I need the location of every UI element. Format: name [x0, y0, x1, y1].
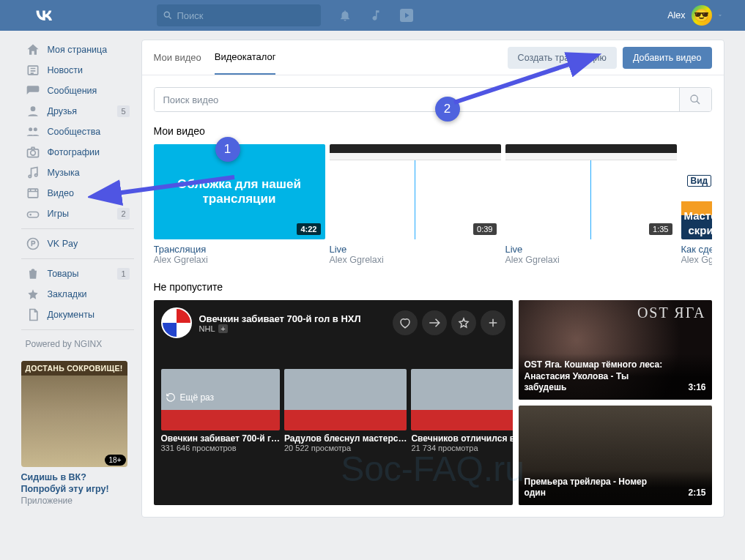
video-title: Live: [505, 244, 677, 255]
svg-point-0: [164, 12, 169, 17]
featured-title: Овечкин забивает 700-й гол в НХЛ: [199, 313, 361, 324]
badge: 2: [117, 208, 129, 220]
groups-icon: [26, 124, 40, 139]
create-stream-button[interactable]: Создать трансляцию: [508, 47, 617, 69]
video-author: Alex Ggrelaxi: [330, 255, 501, 265]
featured-video[interactable]: Овечкин забивает 700-й гол в НХЛ NHL +: [154, 300, 513, 505]
user-name: Alex: [667, 10, 685, 20]
replay-button[interactable]: Ещё раз: [166, 392, 215, 403]
like-button[interactable]: [393, 310, 418, 335]
svg-point-4: [33, 127, 37, 131]
sidebar-footer: Powered by NGINX: [21, 335, 134, 354]
ad-subtitle: Приложение: [21, 496, 127, 506]
news-icon: [26, 63, 40, 78]
nav-market[interactable]: Товары1: [21, 264, 134, 284]
side-title: OST Яга. Кошмар тёмного леса: Анастасия …: [525, 359, 671, 394]
search-icon: [163, 10, 173, 20]
video-thumb: Soc Вид Масте скри: [681, 144, 712, 239]
nav-news[interactable]: Новости: [21, 60, 134, 81]
duration-badge: 1:35: [649, 223, 672, 235]
dont-miss-title: Не пропустите: [154, 281, 712, 293]
featured-sub-card[interactable]: Радулов блеснул мастерс… 20 522 просмотр…: [284, 369, 407, 452]
add-button[interactable]: [481, 310, 505, 335]
share-button[interactable]: [422, 310, 447, 335]
video-thumb: 1:35: [505, 144, 677, 239]
side-logo: OST ЯГА: [637, 305, 706, 321]
nav-communities[interactable]: Сообщества: [21, 122, 134, 142]
vk-logo[interactable]: [34, 5, 54, 26]
video-card[interactable]: Soc Вид Масте скри Как сдела Alex Ggr: [681, 144, 712, 265]
ad-age: 18+: [105, 455, 126, 466]
nav-video[interactable]: Видео: [21, 183, 134, 204]
notifications-icon[interactable]: [338, 9, 352, 22]
global-search[interactable]: [157, 4, 321, 26]
nav-friends[interactable]: Друзья5: [21, 101, 134, 122]
pay-icon: [26, 236, 40, 251]
featured-source: NHL: [199, 324, 215, 333]
video-card[interactable]: 0:39 Live Alex Ggrelaxi: [330, 144, 501, 265]
video-search: [154, 87, 712, 112]
nav-photos[interactable]: Фотографии: [21, 142, 134, 163]
video-title: Live: [330, 244, 501, 255]
favorite-button[interactable]: [451, 310, 476, 335]
video-icon: [26, 186, 40, 201]
sidebar-ad[interactable]: ДОСТАНЬ СОКРОВИЩЕ! 18+ Сидишь в ВК? Попр…: [21, 361, 127, 506]
nav-my-page[interactable]: Моя страница: [21, 40, 134, 60]
side-video-card[interactable]: Премьера трейлера - Номер один 2:15: [519, 406, 712, 505]
music-player-icon[interactable]: [369, 9, 382, 22]
featured-sub-card[interactable]: Ещё раз Овечкин забивает 700-й г… 331 64…: [161, 369, 280, 452]
ad-banner: ДОСТАНЬ СОКРОВИЩЕ!: [21, 361, 127, 376]
svg-rect-9: [28, 189, 37, 198]
avatar: [692, 5, 712, 26]
play-icon[interactable]: [400, 9, 413, 22]
video-author: Alex Ggrelaxi: [505, 255, 677, 265]
duration-badge: 2:15: [688, 488, 705, 499]
side-video-card[interactable]: OST ЯГА OST Яга. Кошмар тёмного леса: Ан…: [519, 300, 712, 400]
video-card[interactable]: Обложка для нашей трансляции 4:22 Трансл…: [154, 144, 325, 265]
tab-my-videos[interactable]: Мои видео: [154, 40, 201, 75]
nav-bookmarks[interactable]: Закладки: [21, 284, 134, 305]
nav-games[interactable]: Игры2: [21, 204, 134, 224]
badge: 5: [117, 105, 129, 117]
duration-badge: 0:39: [473, 223, 496, 235]
ad-title: Сидишь в ВК? Попробуй эту игру!: [21, 471, 127, 496]
duration-badge: 3:16: [688, 382, 705, 394]
tab-catalog[interactable]: Видеокаталог: [215, 40, 276, 75]
left-sidebar: Моя страница Новости Сообщения Друзья5 С…: [21, 40, 141, 518]
market-icon: [26, 266, 40, 281]
nav-messages[interactable]: Сообщения: [21, 81, 134, 101]
my-videos-title: Мои видео: [154, 125, 712, 137]
duration-badge: 4:22: [297, 223, 320, 235]
top-header: Alex: [0, 0, 745, 31]
bookmark-icon: [26, 287, 40, 302]
video-search-input[interactable]: [155, 88, 679, 111]
add-video-button[interactable]: Добавить видео: [623, 47, 712, 69]
main-content: Мои видео Видеокаталог Создать трансляци…: [141, 40, 724, 518]
svg-point-6: [30, 151, 35, 156]
global-search-input[interactable]: [177, 10, 315, 21]
video-search-button[interactable]: [679, 88, 711, 111]
featured-sub-card[interactable]: Свечников отличился в ОТ 21 734 просмотр…: [411, 369, 512, 452]
home-icon: [26, 42, 40, 57]
side-title: Премьера трейлера - Номер один: [525, 477, 671, 499]
nav-docs[interactable]: Документы: [21, 305, 134, 325]
source-avatar: [161, 307, 192, 338]
video-thumb: Обложка для нашей трансляции 4:22: [154, 144, 325, 239]
user-menu[interactable]: Alex: [667, 5, 723, 26]
svg-point-2: [30, 106, 35, 111]
ad-image: ДОСТАНЬ СОКРОВИЩЕ! 18+: [21, 361, 127, 467]
svg-point-7: [29, 175, 31, 177]
video-title: Трансляция: [154, 244, 325, 255]
friends-icon: [26, 104, 40, 119]
svg-point-3: [29, 127, 32, 131]
games-icon: [26, 206, 40, 221]
nav-vkpay[interactable]: VK Pay: [21, 234, 134, 254]
video-author: Alex Ggrelaxi: [154, 255, 325, 265]
chevron-down-icon: [716, 12, 724, 19]
nav-music[interactable]: Музыка: [21, 163, 134, 183]
camera-icon: [26, 145, 40, 160]
video-thumb: 0:39: [330, 144, 501, 239]
docs-icon: [26, 307, 40, 322]
video-card[interactable]: 1:35 Live Alex Ggrelaxi: [505, 144, 677, 265]
message-icon: [26, 83, 40, 98]
